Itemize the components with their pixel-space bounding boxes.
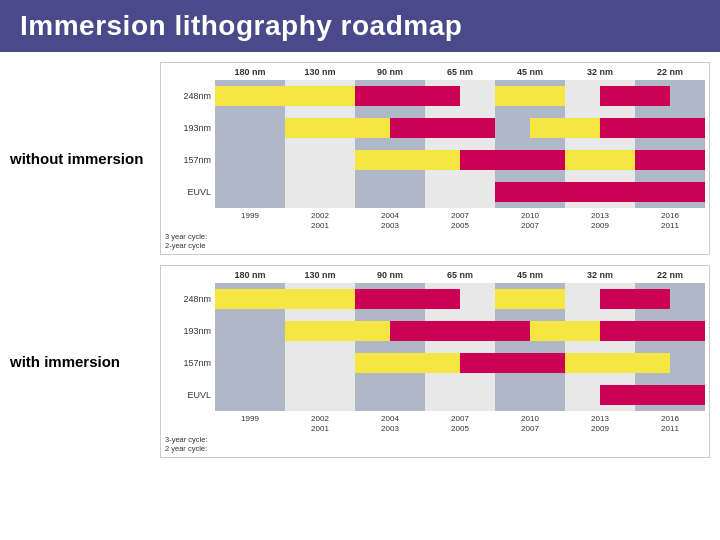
gantt-bar — [390, 118, 495, 138]
year-label: 20102007 — [495, 414, 565, 433]
nm-header: 130 nm — [285, 67, 355, 77]
gantt-bar — [600, 321, 705, 341]
nm-header: 90 nm — [355, 67, 425, 77]
chart-with-immersion: 180 nm130 nm90 nm65 nm45 nm32 nm22 nm248… — [160, 265, 710, 458]
nm-header: 180 nm — [215, 270, 285, 280]
gantt-bar — [460, 150, 565, 170]
year-label: 1999 — [215, 211, 285, 230]
year-label: 20162011 — [635, 414, 705, 433]
gantt-bar — [495, 289, 565, 309]
section-label-without-immersion: without immersion — [10, 150, 150, 167]
year-label: 20132009 — [565, 414, 635, 433]
gantt-bar — [600, 289, 670, 309]
gantt-bar — [495, 182, 600, 202]
row-label: 248nm — [165, 80, 215, 112]
gantt-bar — [355, 289, 460, 309]
year-label: 20102007 — [495, 211, 565, 230]
gantt-bar — [600, 86, 670, 106]
gantt-bar — [390, 321, 530, 341]
gantt-bar — [215, 86, 355, 106]
nm-header: 45 nm — [495, 270, 565, 280]
gantt-bar — [600, 385, 705, 405]
nm-header: 130 nm — [285, 270, 355, 280]
year-label: 20022001 — [285, 414, 355, 433]
year-label: 20042003 — [355, 211, 425, 230]
year-label: 20162011 — [635, 211, 705, 230]
gantt-bar — [600, 182, 705, 202]
gantt-bar — [355, 353, 460, 373]
nm-header: 32 nm — [565, 270, 635, 280]
row-label: EUVL — [165, 176, 215, 208]
nm-header: 32 nm — [565, 67, 635, 77]
row-label: 157nm — [165, 144, 215, 176]
year-label: 20132009 — [565, 211, 635, 230]
gantt-bar — [355, 86, 460, 106]
gantt-bar — [600, 118, 705, 138]
nm-header: 180 nm — [215, 67, 285, 77]
year-label: 20072005 — [425, 211, 495, 230]
page-title: Immersion lithography roadmap — [0, 0, 720, 52]
gantt-bar — [215, 289, 355, 309]
nm-header: 65 nm — [425, 270, 495, 280]
year-label: 20022001 — [285, 211, 355, 230]
row-label: EUVL — [165, 379, 215, 411]
chart-without-immersion: 180 nm130 nm90 nm65 nm45 nm32 nm22 nm248… — [160, 62, 710, 255]
row-label: 157nm — [165, 347, 215, 379]
row-label: 193nm — [165, 315, 215, 347]
gantt-bar — [565, 353, 670, 373]
year-label: 1999 — [215, 414, 285, 433]
row-label: 193nm — [165, 112, 215, 144]
year-label: 20042003 — [355, 414, 425, 433]
nm-header: 22 nm — [635, 270, 705, 280]
section-label-with-immersion: with immersion — [10, 353, 150, 370]
section-without-immersion: without immersion180 nm130 nm90 nm65 nm4… — [10, 62, 710, 255]
nm-header: 45 nm — [495, 67, 565, 77]
gantt-bar — [460, 353, 565, 373]
nm-header: 22 nm — [635, 67, 705, 77]
gantt-bar — [635, 150, 705, 170]
nm-header: 65 nm — [425, 67, 495, 77]
main-content: without immersion180 nm130 nm90 nm65 nm4… — [0, 52, 720, 468]
row-label: 248nm — [165, 283, 215, 315]
year-label: 20072005 — [425, 414, 495, 433]
cycle-labels: 3-year cycle:2 year cycle: — [165, 435, 705, 453]
gantt-bar — [355, 150, 460, 170]
nm-header: 90 nm — [355, 270, 425, 280]
section-with-immersion: with immersion180 nm130 nm90 nm65 nm45 n… — [10, 265, 710, 458]
gantt-bar — [495, 86, 565, 106]
cycle-labels: 3 year cycle:2-year cycle — [165, 232, 705, 250]
